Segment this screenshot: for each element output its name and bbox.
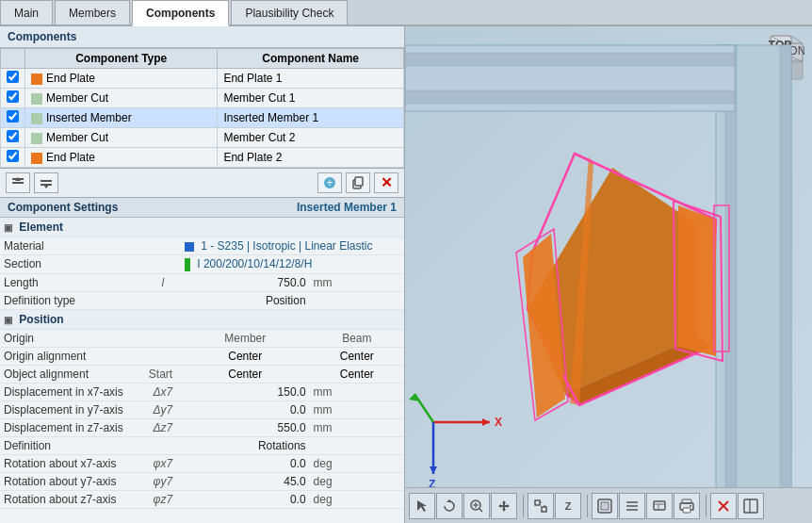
svg-marker-45	[430, 466, 437, 474]
svg-text:X: X	[495, 416, 502, 429]
pan-view-btn[interactable]	[491, 493, 517, 519]
prop-material: Material 1 - S235 | Isotropic | Linear E…	[0, 237, 404, 255]
svg-rect-68	[683, 508, 690, 513]
svg-marker-34	[678, 205, 716, 356]
view-toolbar: Z	[405, 487, 812, 523]
prop-rot-x: Rotation about x7-axis φx7 0.0 deg	[0, 454, 404, 472]
row4-color	[31, 133, 42, 144]
tab-plausibility[interactable]: Plausibility Check	[231, 0, 348, 25]
svg-text:+: +	[326, 176, 333, 189]
copy-button[interactable]	[346, 172, 370, 193]
fit-view-btn[interactable]	[528, 493, 554, 519]
svg-marker-40	[482, 418, 490, 426]
collapse-position-icon: ▣	[4, 315, 12, 325]
render-btn[interactable]	[646, 493, 673, 519]
row1-color	[31, 74, 42, 85]
components-section: Components Component Type Component Name…	[0, 26, 404, 169]
prop-section: Section I 200/200/10/14/12/8/H	[0, 255, 404, 274]
col-check	[1, 49, 25, 69]
scene-svg: X Z	[405, 26, 812, 523]
prop-origin-header: Origin Member Beam	[0, 329, 404, 347]
svg-rect-20	[725, 45, 737, 504]
move-up-button[interactable]	[6, 172, 30, 193]
svg-rect-63	[654, 501, 665, 510]
table-row[interactable]: Member Cut Member Cut 2	[1, 128, 404, 148]
view-panel[interactable]: TOP FRONT	[405, 26, 812, 523]
svg-marker-48	[447, 499, 452, 502]
prop-disp-z: Displacement in z7-axis Δz7 550.0 mm	[0, 418, 404, 436]
prop-definition: Definition Rotations	[0, 436, 404, 454]
view-mode-btn[interactable]	[592, 493, 618, 519]
table-row[interactable]: Member Cut Member Cut 1	[1, 89, 404, 108]
row1-check[interactable]	[7, 71, 19, 83]
svg-rect-72	[744, 499, 757, 513]
left-panel: Components Component Type Component Name…	[0, 26, 405, 523]
prop-definition-type: Definition type Position	[0, 291, 404, 309]
components-header: Components	[0, 26, 404, 48]
svg-rect-24	[405, 90, 735, 104]
print-btn[interactable]	[674, 493, 700, 519]
rotate-view-btn[interactable]	[436, 493, 463, 519]
add-button[interactable]: +	[317, 172, 342, 193]
prop-rot-y: Rotation about y7-axis φy7 45.0 deg	[0, 472, 404, 490]
svg-rect-3	[41, 180, 52, 182]
element-group-header[interactable]: ▣ Element	[0, 218, 404, 237]
collapse-element-icon: ▣	[4, 222, 12, 233]
svg-marker-53	[498, 500, 510, 512]
close-view-btn[interactable]	[710, 493, 737, 519]
select-view-btn[interactable]	[409, 493, 435, 519]
components-table: Component Type Component Name End Plate …	[0, 48, 404, 168]
col-name: Component Name	[218, 49, 404, 69]
svg-rect-9	[355, 177, 363, 186]
material-indicator	[185, 242, 194, 252]
properties-table: ▣ Element Material 1 - S235 | Isotropic …	[0, 218, 404, 509]
zoom-view-btn[interactable]	[463, 493, 490, 519]
table-row[interactable]: End Plate End Plate 1	[1, 69, 404, 89]
prop-disp-y: Displacement in y7-axis Δy7 0.0 mm	[0, 400, 404, 418]
svg-rect-23	[405, 53, 735, 66]
move-down-button[interactable]	[34, 172, 58, 193]
settings-header: Component Settings Inserted Member 1	[0, 198, 404, 218]
section-indicator	[185, 258, 190, 271]
components-toolbar: + ✕	[0, 169, 404, 198]
svg-marker-43	[409, 394, 420, 401]
svg-rect-55	[542, 507, 546, 512]
tab-bar: Main Members Components Plausibility Che…	[0, 0, 812, 26]
col-type: Component Type	[25, 49, 218, 69]
display-btn[interactable]	[619, 493, 645, 519]
delete-button[interactable]: ✕	[374, 172, 398, 193]
tab-members[interactable]: Members	[55, 0, 130, 25]
svg-line-30	[575, 154, 593, 163]
position-group-header[interactable]: ▣ Position	[0, 309, 404, 329]
row5-color	[31, 153, 42, 164]
svg-marker-5	[43, 185, 49, 188]
svg-rect-59	[601, 502, 609, 510]
prop-length: Length l 750.0 mm	[0, 273, 404, 291]
svg-line-50	[479, 509, 482, 512]
row3-color	[31, 113, 42, 124]
prop-disp-x: Displacement in x7-axis Δx7 150.0 mm	[0, 383, 404, 400]
row5-check[interactable]	[7, 150, 19, 162]
row3-check[interactable]	[7, 110, 19, 123]
prop-rot-z: Rotation about z7-axis φz7 0.0 deg	[0, 490, 404, 508]
row2-color	[31, 93, 42, 105]
main-layout: Components Component Type Component Name…	[0, 26, 812, 523]
svg-point-69	[690, 505, 691, 507]
row2-check[interactable]	[7, 90, 19, 103]
svg-marker-47	[417, 500, 427, 512]
panel-toggle-btn[interactable]	[738, 493, 764, 519]
svg-rect-54	[535, 500, 540, 505]
row4-check[interactable]	[7, 130, 19, 142]
prop-origin-alignment: Origin alignment Center Center	[0, 347, 404, 365]
svg-rect-21	[780, 45, 791, 504]
svg-rect-1	[12, 182, 24, 184]
tab-main[interactable]: Main	[0, 0, 53, 25]
prop-object-alignment: Object alignment Start Center Center	[0, 365, 404, 383]
settings-section: Component Settings Inserted Member 1 ▣ E…	[0, 198, 404, 523]
table-row-selected[interactable]: Inserted Member Inserted Member 1	[1, 108, 404, 128]
axis-view-btn[interactable]: Z	[555, 493, 581, 519]
tab-components[interactable]: Components	[132, 0, 229, 26]
table-row[interactable]: End Plate End Plate 2	[1, 148, 404, 168]
